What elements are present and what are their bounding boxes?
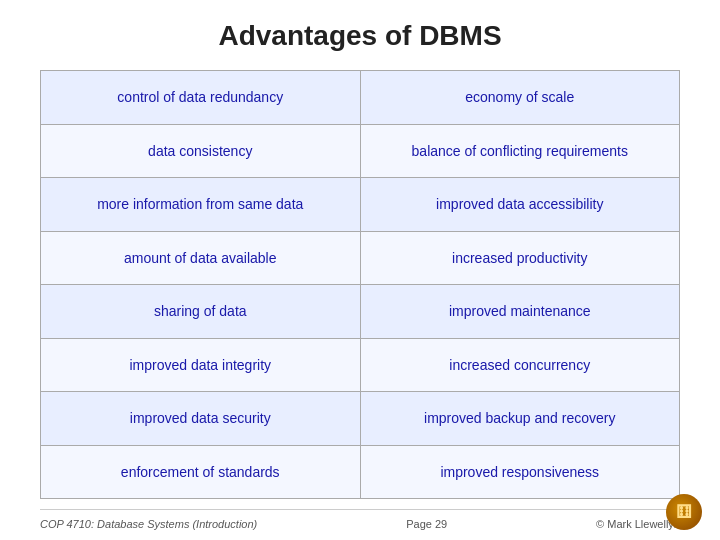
page-title: Advantages of DBMS — [40, 20, 680, 52]
table-cell-right: increased concurrency — [360, 338, 680, 392]
table-row: data consistencybalance of conflicting r… — [41, 124, 680, 178]
table-cell-right: improved maintenance — [360, 285, 680, 339]
table-cell-right: improved backup and recovery — [360, 392, 680, 446]
table-row: more information from same dataimproved … — [41, 178, 680, 232]
footer-page: Page 29 — [406, 518, 447, 530]
table-container: control of data redundancyeconomy of sca… — [40, 70, 680, 499]
table-cell-left: sharing of data — [41, 285, 361, 339]
table-cell-right: economy of scale — [360, 71, 680, 125]
table-cell-left: amount of data available — [41, 231, 361, 285]
logo-icon: ⚅ — [666, 494, 702, 530]
table-cell-right: increased productivity — [360, 231, 680, 285]
table-row: enforcement of standardsimproved respons… — [41, 445, 680, 499]
table-row: amount of data availableincreased produc… — [41, 231, 680, 285]
table-row: sharing of dataimproved maintenance — [41, 285, 680, 339]
table-cell-right: balance of conflicting requirements — [360, 124, 680, 178]
table-cell-left: control of data redundancy — [41, 71, 361, 125]
table-row: improved data securityimproved backup an… — [41, 392, 680, 446]
table-cell-left: enforcement of standards — [41, 445, 361, 499]
table-cell-left: more information from same data — [41, 178, 361, 232]
table-cell-left: improved data security — [41, 392, 361, 446]
table-cell-right: improved responsiveness — [360, 445, 680, 499]
table-cell-left: improved data integrity — [41, 338, 361, 392]
table-row: control of data redundancyeconomy of sca… — [41, 71, 680, 125]
table-cell-right: improved data accessibility — [360, 178, 680, 232]
footer-course: COP 4710: Database Systems (Introduction… — [40, 518, 257, 530]
page: Advantages of DBMS control of data redun… — [0, 0, 720, 540]
advantages-table: control of data redundancyeconomy of sca… — [40, 70, 680, 499]
table-cell-left: data consistency — [41, 124, 361, 178]
table-row: improved data integrityincreased concurr… — [41, 338, 680, 392]
footer: COP 4710: Database Systems (Introduction… — [40, 509, 680, 530]
